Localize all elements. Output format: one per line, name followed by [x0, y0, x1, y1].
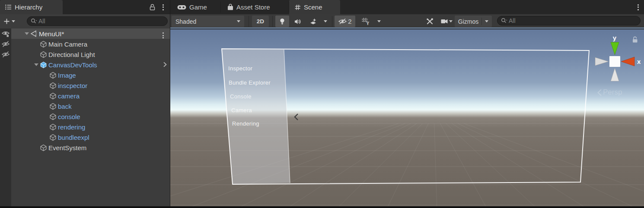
camera-caret-icon: [449, 20, 453, 22]
scene-audio-toggle[interactable]: [290, 16, 305, 27]
grid-axis-icon: Y: [362, 18, 370, 25]
2d-toggle-button[interactable]: 2D: [252, 16, 269, 27]
hierarchy-row-label: Image: [58, 72, 76, 79]
component-tools-button[interactable]: [421, 16, 438, 27]
cube-icon: [40, 144, 48, 151]
canvas-menu-item[interactable]: Console: [230, 93, 252, 100]
hidden-eye-icon[interactable]: [1, 41, 10, 47]
scene-panel: Game Asset Store Scene: [170, 0, 644, 206]
scene-visibility-eye-icon[interactable]: [1, 30, 10, 38]
scene-camera-settings[interactable]: [440, 16, 453, 27]
axis-x-label: x: [637, 58, 641, 65]
canvas-menu-item[interactable]: Inspector: [228, 65, 252, 72]
axis-neg-y-cone[interactable]: [611, 68, 619, 81]
scene-search[interactable]: [497, 16, 641, 25]
hierarchy-row[interactable]: inscpector: [0, 80, 170, 91]
hierarchy-row-label: console: [58, 113, 80, 120]
scene-visibility-toggle[interactable]: 2: [335, 16, 355, 27]
effects-caret-icon: [324, 20, 327, 22]
hierarchy-row[interactable]: camera: [0, 91, 170, 101]
unity-logo-icon: [30, 30, 39, 37]
search-icon: [501, 18, 507, 24]
hierarchy-row[interactable]: EventSystem: [0, 142, 170, 153]
unity-editor-window: Hierarchy MenuUI*Main CameraDi: [0, 0, 644, 208]
hierarchy-row[interactable]: bundleexpl: [0, 132, 170, 142]
camera-icon: [441, 19, 448, 24]
hierarchy-row[interactable]: MenuUI*: [0, 28, 170, 39]
scene-search-input[interactable]: [509, 17, 637, 24]
canvas-menu-item[interactable]: Rendering: [232, 120, 259, 127]
projection-label: Persp: [603, 88, 622, 97]
add-gameobject-caret-icon: [12, 20, 15, 22]
foldout-arrow-icon[interactable]: [33, 63, 40, 66]
grid-snap-caret[interactable]: [374, 16, 384, 27]
scene-effects-toggle[interactable]: [306, 16, 320, 27]
tab-game[interactable]: Game: [172, 0, 219, 14]
grid-snap-toggle[interactable]: Y: [357, 16, 374, 27]
tab-hierarchy[interactable]: Hierarchy: [0, 0, 63, 14]
foldout-arrow-icon[interactable]: [23, 32, 30, 35]
panel-collapse-chevron[interactable]: [295, 114, 298, 120]
scene-viewport[interactable]: y x InspectorBundle ExplorerConsoleCamer…: [170, 29, 644, 206]
scene-toolbar: Shaded 2D 2: [170, 14, 644, 28]
svg-text:Y: Y: [366, 21, 369, 25]
hierarchy-row[interactable]: rendering: [0, 122, 170, 132]
bulb-icon: [280, 18, 285, 25]
gizmo-center-cube[interactable]: [609, 56, 620, 67]
hierarchy-lock-icon[interactable]: [150, 0, 155, 14]
scene-menu-icon[interactable]: [635, 3, 641, 12]
cube-icon: [40, 51, 48, 58]
draw-mode-label: Shaded: [175, 18, 196, 25]
cube-icon: [49, 123, 58, 131]
hierarchy-row[interactable]: CanvasDevTools: [0, 60, 170, 70]
gizmo-lock-icon[interactable]: [632, 36, 638, 43]
scene-render: y x: [170, 29, 644, 206]
hierarchy-list-icon: [5, 4, 12, 10]
grid-icon: [294, 4, 301, 10]
hidden-eye-icon[interactable]: [1, 51, 10, 58]
cube-icon: [49, 82, 58, 89]
hierarchy-row-label: camera: [58, 92, 80, 100]
hierarchy-tree: MenuUI*Main CameraDirectional LightCanva…: [0, 28, 170, 206]
scene-effects-caret[interactable]: [321, 16, 330, 27]
scene-lighting-toggle[interactable]: [275, 16, 289, 27]
prefab-open-chevron-icon[interactable]: [163, 61, 167, 68]
hierarchy-row[interactable]: Main Camera: [0, 39, 170, 49]
hierarchy-search[interactable]: [27, 16, 168, 26]
eye-slash-icon: [338, 18, 347, 25]
canvas-menu-item[interactable]: Bundle Explorer: [229, 79, 271, 86]
hierarchy-row[interactable]: Image: [0, 70, 170, 80]
gizmos-dropdown[interactable]: Gizmos: [455, 16, 492, 27]
effects-icon: [309, 18, 317, 25]
search-icon: [31, 18, 37, 24]
scene-tabbar: Game Asset Store Scene: [170, 0, 644, 14]
cube-icon: [49, 134, 58, 141]
add-gameobject-button[interactable]: [0, 14, 18, 28]
tab-asset-store-label: Asset Store: [236, 3, 270, 11]
hierarchy-row[interactable]: Directional Light: [0, 49, 170, 60]
gizmos-divider: [481, 18, 482, 25]
tab-hierarchy-label: Hierarchy: [15, 3, 42, 11]
cube-icon: [49, 113, 58, 120]
cube-icon: [49, 72, 58, 79]
axis-x-cone[interactable]: [621, 57, 634, 66]
hierarchy-search-input[interactable]: [38, 18, 164, 25]
axis-y-cone[interactable]: [611, 42, 619, 55]
window-bottom-edge: [0, 206, 644, 208]
hierarchy-menu-icon[interactable]: [160, 3, 166, 12]
draw-mode-dropdown[interactable]: Shaded: [172, 16, 244, 27]
2d-label: 2D: [257, 18, 264, 25]
tab-asset-store[interactable]: Asset Store: [222, 0, 288, 14]
hierarchy-tabbar: Hierarchy: [0, 0, 170, 14]
hierarchy-row-label: Directional Light: [48, 51, 95, 58]
tab-game-label: Game: [189, 3, 207, 11]
axis-y-label: y: [613, 34, 617, 41]
hierarchy-row[interactable]: console: [0, 111, 170, 122]
projection-toggle[interactable]: Persp: [597, 88, 622, 97]
hierarchy-row[interactable]: back: [0, 101, 170, 111]
axis-neg-x-cone[interactable]: [595, 57, 609, 66]
tab-scene[interactable]: Scene: [289, 0, 340, 14]
bag-icon: [227, 4, 233, 10]
gizmos-caret-icon: [485, 20, 488, 22]
canvas-menu-item[interactable]: Camera: [231, 107, 252, 113]
